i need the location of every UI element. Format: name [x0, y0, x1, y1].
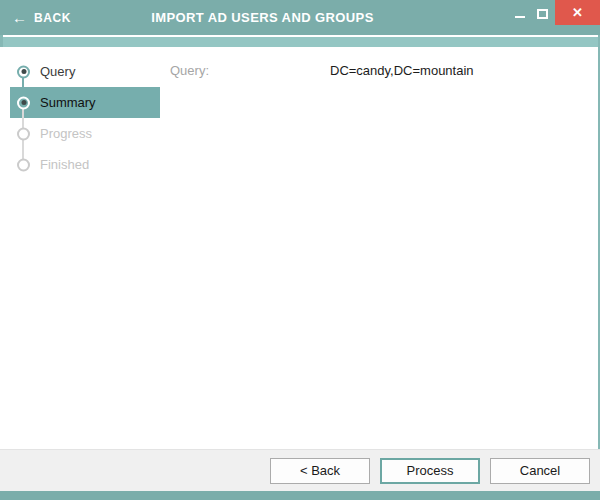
step-query-circle-icon: [17, 65, 30, 78]
window-title: IMPORT AD USERS AND GROUPS: [0, 0, 525, 35]
query-field-label: Query:: [160, 63, 330, 78]
bottom-accent-strip: [0, 491, 600, 500]
window-controls: ✕: [510, 0, 600, 25]
step-summary-circle-icon: [17, 96, 30, 109]
cancel-button[interactable]: Cancel: [490, 458, 590, 484]
back-step-button[interactable]: < Back: [270, 458, 370, 484]
wizard-content: Query Summary Progress Finished Query: D…: [0, 47, 598, 449]
header-accent-band: [0, 37, 600, 47]
step-query[interactable]: Query: [10, 56, 160, 87]
wizard-steps-sidebar: Query Summary Progress Finished: [0, 47, 160, 449]
maximize-button[interactable]: [531, 0, 555, 24]
maximize-icon: [537, 9, 548, 19]
step-summary-label: Summary: [40, 95, 96, 110]
close-button[interactable]: ✕: [555, 0, 600, 25]
step-progress-circle-icon: [17, 127, 30, 140]
step-progress-label: Progress: [40, 126, 92, 141]
step-finished-label: Finished: [40, 157, 89, 172]
query-field-row: Query: DC=candy,DC=mountain: [160, 63, 598, 78]
titlebar: ← BACK IMPORT AD USERS AND GROUPS ✕: [0, 0, 600, 35]
footer-bar: < Back Process Cancel: [0, 449, 600, 491]
minimize-button[interactable]: [510, 0, 531, 24]
step-query-label: Query: [40, 64, 75, 79]
import-wizard-window: ← BACK IMPORT AD USERS AND GROUPS ✕ Quer…: [0, 0, 600, 500]
summary-panel: Query: DC=candy,DC=mountain: [160, 47, 598, 449]
step-progress[interactable]: Progress: [10, 118, 160, 149]
process-button[interactable]: Process: [380, 458, 480, 484]
step-summary[interactable]: Summary: [10, 87, 160, 118]
minimize-icon: [515, 16, 525, 18]
step-finished-circle-icon: [17, 158, 30, 171]
close-icon: ✕: [572, 6, 583, 19]
step-finished[interactable]: Finished: [10, 149, 160, 180]
query-field-value: DC=candy,DC=mountain: [330, 63, 474, 78]
